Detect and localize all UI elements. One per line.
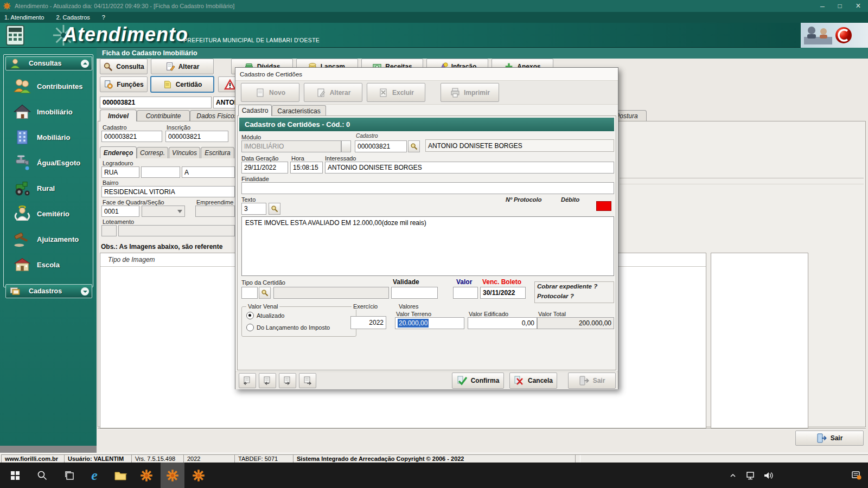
alterar-button[interactable]: Alterar <box>151 59 214 74</box>
finalidade-label: Finalidade <box>241 176 269 182</box>
sidebar-item-imobiliario[interactable]: Imobiliário <box>13 99 92 124</box>
tipo-certidao-codigo-field[interactable] <box>241 287 258 299</box>
nav-next-button[interactable] <box>279 373 296 388</box>
face-quadra-field[interactable]: 0001 <box>101 206 139 217</box>
loteamento-codigo-field[interactable] <box>101 225 117 236</box>
radio-lancamento-imposto[interactable]: Do Lançamento do Imposto <box>246 324 330 331</box>
maximize-button[interactable]: □ <box>831 2 848 10</box>
modulo-ellipsis-button[interactable] <box>341 140 351 152</box>
cobrar-expediente-option[interactable]: Cobrar expediente ? <box>537 283 597 290</box>
tab-contribuinte[interactable]: Contribuinte <box>137 110 190 121</box>
nav-prev-button[interactable] <box>259 373 276 388</box>
dialog-cadastro-field[interactable]: 000003821 <box>355 140 407 152</box>
fiorilli-app-1-icon[interactable] <box>135 463 158 488</box>
dialog-tab-cadastro[interactable]: Cadastro <box>238 105 272 116</box>
empreendimento-field[interactable] <box>195 206 235 217</box>
nav-first-button[interactable] <box>239 373 256 388</box>
texto-conteudo-area[interactable]: ESTE IMOVEL ESTA AVALIADO EM 12.000,00(d… <box>241 216 614 276</box>
task-view-button[interactable] <box>58 463 81 488</box>
tab-corresp[interactable]: Corresp. <box>137 147 168 158</box>
sidebar-item-agua-esgoto[interactable]: Água/Esgoto <box>13 150 92 175</box>
protocolar-label: Protocolar ? <box>537 293 574 299</box>
logradouro-tipo-field[interactable]: RUA <box>101 166 139 178</box>
form-sair-button[interactable]: Sair <box>795 431 864 446</box>
dialog-sair-button[interactable]: Sair <box>568 373 616 389</box>
excluir-button[interactable]: Excluir <box>367 83 425 102</box>
tray-chevron-icon[interactable] <box>725 463 741 488</box>
novo-button[interactable]: Novo <box>241 83 299 102</box>
sidebar-item-escola[interactable]: Escola <box>13 252 92 277</box>
logradouro-nome-field[interactable]: A <box>182 166 235 178</box>
finalidade-field[interactable] <box>241 182 614 194</box>
tipo-certidao-search-button[interactable] <box>259 287 271 299</box>
valor-terreno-field[interactable]: 20.000,00 <box>395 317 464 329</box>
sidebar-item-contribuintes[interactable]: Contribuintes <box>13 74 92 99</box>
taskbar-search-button[interactable] <box>30 463 54 488</box>
radio-atualizado[interactable]: Atualizado <box>246 312 284 319</box>
sidebar-item-cemiterio[interactable]: Cemitério <box>13 201 92 226</box>
tab-vinculos[interactable]: Vínculos <box>169 147 200 158</box>
sidebar-item-label: Imobiliário <box>37 108 73 116</box>
valor-venal-groupbox: Valor Venal <box>241 306 356 337</box>
start-button[interactable] <box>3 463 27 488</box>
close-button[interactable]: × <box>848 1 868 11</box>
interessado-field[interactable]: ANTONIO DONISETE BORGES <box>325 162 614 174</box>
venc-boleto-label: Venc. Boleto <box>482 278 521 286</box>
confirma-button[interactable]: Confirma <box>452 373 504 389</box>
consulta-button[interactable]: Consulta <box>100 59 148 74</box>
certidao-button[interactable]: Certidão <box>151 76 214 92</box>
sidebar-item-label: Cemitério <box>37 210 69 218</box>
protocolar-option[interactable]: Protocolar ? <box>537 293 574 299</box>
dialog-titlebar[interactable]: Cadastro de Certidões <box>235 68 618 81</box>
inscricao-field[interactable]: 000003821 <box>165 131 228 142</box>
volume-icon[interactable] <box>760 463 777 488</box>
sidebar-item-rural[interactable]: Rural <box>13 176 92 201</box>
valor-edificado-field[interactable]: 0,00 <box>468 317 537 329</box>
fiorilli-app-2-icon-active[interactable] <box>161 463 184 488</box>
collapse-chevron-icon[interactable] <box>81 60 89 68</box>
venc-boleto-field[interactable]: 30/11/2022 <box>480 287 526 299</box>
cadastro-field[interactable]: 000003821 <box>101 131 162 142</box>
menu-help[interactable]: ? <box>102 14 105 21</box>
tab-endereco[interactable]: Endereço <box>100 146 137 158</box>
loteamento-nome-field[interactable] <box>118 225 235 236</box>
sidebar-item-ajuizamento[interactable]: Ajuizamento <box>13 227 92 252</box>
printer-icon <box>450 87 461 98</box>
notifications-icon[interactable] <box>846 463 867 488</box>
dialog-alterar-button[interactable]: Alterar <box>304 83 362 102</box>
menu-atendimento[interactable]: 1. Atendimento <box>4 14 44 21</box>
dialog-tab-caracteristicas[interactable]: Caracteristicas <box>272 105 326 116</box>
network-icon[interactable] <box>742 463 760 488</box>
sidebar-group-cadastros[interactable]: Cadastros <box>5 284 92 298</box>
texto-codigo-field[interactable]: 3 <box>241 203 266 215</box>
sidebar-item-label: Contribuintes <box>37 82 83 91</box>
tab-imovel[interactable]: Imóvel <box>100 110 137 121</box>
sidebar-group-consultas[interactable]: Consultas <box>5 56 92 70</box>
file-explorer-icon[interactable] <box>108 463 132 488</box>
exercicio-field[interactable]: 2022 <box>350 316 386 329</box>
expand-chevron-icon[interactable] <box>81 287 89 296</box>
cancela-button[interactable]: Cancela <box>509 373 557 389</box>
nav-last-button[interactable] <box>299 373 316 388</box>
cobrar-expediente-label: Cobrar expediente ? <box>537 283 597 290</box>
registro-codigo-field[interactable]: 000003821 <box>100 97 212 108</box>
menu-cadastros[interactable]: 2. Cadastros <box>56 14 90 21</box>
texto-search-button[interactable] <box>269 203 280 215</box>
imprimir-button[interactable]: Imprimir <box>441 83 499 102</box>
sidebar-bottom-filler <box>0 446 97 453</box>
fiorilli-app-3-icon[interactable] <box>187 463 210 488</box>
bairro-field[interactable]: RESIDENCIAL VITORIA <box>101 186 235 197</box>
hora-field[interactable]: 15:08:15 <box>290 162 323 174</box>
funcoes-button[interactable]: Funções <box>100 76 148 92</box>
internet-explorer-icon[interactable]: e <box>82 463 106 488</box>
cadastro-search-button[interactable] <box>408 140 420 152</box>
radio-icon <box>246 324 254 331</box>
data-geracao-field[interactable]: 29/11/2022 <box>241 162 288 174</box>
sidebar-item-mobiliario[interactable]: Mobiliário <box>13 125 92 150</box>
valor-field[interactable] <box>453 287 478 299</box>
minimize-button[interactable]: – <box>814 2 831 10</box>
logradouro-numero-field[interactable] <box>141 166 180 178</box>
validade-field[interactable] <box>391 287 438 299</box>
tab-escritura[interactable]: Escritura <box>201 147 234 158</box>
face-quadra-dropdown[interactable] <box>142 206 185 217</box>
